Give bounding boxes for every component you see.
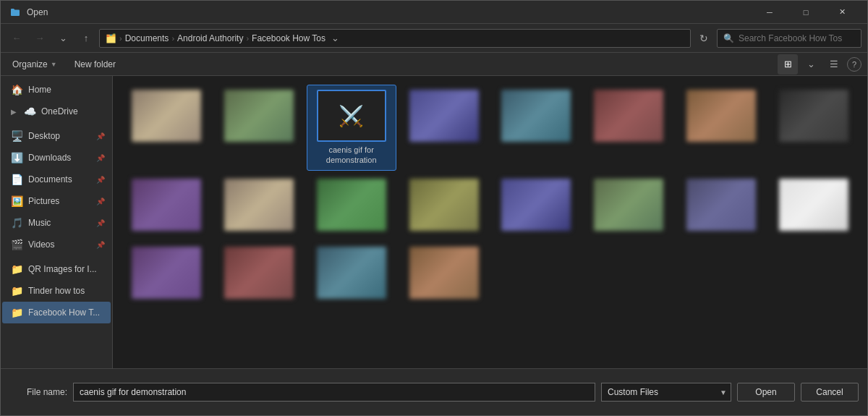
dialog-icon bbox=[9, 7, 21, 18]
thumbnail bbox=[132, 247, 201, 299]
list-view-button[interactable]: ⌄ bbox=[801, 54, 821, 75]
sidebar-music-label: Music bbox=[28, 218, 90, 228]
search-icon: 🔍 bbox=[723, 33, 734, 43]
thumbnail bbox=[501, 179, 571, 231]
action-buttons: Open Cancel bbox=[737, 383, 859, 402]
thumbnail bbox=[409, 179, 479, 231]
onedrive-icon: ☁️ bbox=[24, 106, 35, 117]
thumbnail bbox=[409, 90, 479, 142]
documents-icon: 📄 bbox=[11, 174, 22, 185]
list-item[interactable] bbox=[769, 85, 859, 171]
list-item[interactable] bbox=[399, 85, 489, 171]
main-content: 🏠 Home ▶ ☁️ OneDrive 🖥️ Desktop 📌 ⬇️ Do bbox=[1, 76, 867, 368]
view-dropdown-arrow: ⌄ bbox=[807, 59, 815, 69]
help-button[interactable]: ? bbox=[847, 57, 861, 72]
list-item[interactable] bbox=[214, 85, 304, 171]
breadcrumb-documents[interactable]: Documents bbox=[125, 33, 169, 43]
back-button[interactable]: ← bbox=[7, 28, 27, 48]
commands-bar: Organize ▼ New folder ⊞ ⌄ ☰ ? bbox=[1, 53, 867, 76]
breadcrumb-dropdown-button[interactable]: ⌄ bbox=[328, 29, 343, 48]
list-item[interactable] bbox=[492, 85, 582, 171]
list-item[interactable] bbox=[492, 174, 582, 239]
list-item[interactable] bbox=[307, 174, 396, 239]
list-item[interactable] bbox=[584, 85, 673, 171]
sidebar-item-pictures[interactable]: 🖼️ Pictures 📌 bbox=[2, 190, 111, 212]
breadcrumb-folder-icon: 🗂️ bbox=[106, 33, 116, 43]
sidebar-item-tinder[interactable]: 📁 Tinder how tos bbox=[2, 280, 111, 302]
bottom-bar: File name: Custom Files All Files (*.*) … bbox=[1, 368, 867, 415]
sidebar-item-qr[interactable]: 📁 QR Images for I... bbox=[2, 258, 111, 280]
list-item-selected[interactable]: ⚔️ caenis gif for demonstration bbox=[307, 85, 396, 171]
thumbnail bbox=[132, 90, 201, 142]
list-item[interactable] bbox=[214, 242, 304, 307]
cancel-button[interactable]: Cancel bbox=[801, 383, 859, 402]
pin-icon-pic: 📌 bbox=[96, 198, 105, 205]
breadcrumb-facebook-how-tos[interactable]: Facebook How Tos bbox=[252, 33, 326, 43]
new-folder-button[interactable]: New folder bbox=[69, 56, 122, 73]
home-icon: 🏠 bbox=[11, 84, 22, 95]
list-item[interactable] bbox=[676, 174, 766, 239]
file-name-selected: caenis gif for demonstration bbox=[317, 145, 386, 166]
grid-view-button[interactable]: ⊞ bbox=[778, 54, 798, 75]
filename-label: File name: bbox=[9, 387, 67, 397]
up-button[interactable]: ↑ bbox=[76, 28, 96, 48]
filetype-select[interactable]: Custom Files All Files (*.*) bbox=[601, 383, 731, 402]
filename-input[interactable] bbox=[73, 383, 595, 402]
breadcrumb-android-authority[interactable]: Android Authority bbox=[177, 33, 243, 43]
thumbnail bbox=[224, 247, 294, 299]
list-item[interactable] bbox=[769, 174, 859, 239]
list-item[interactable] bbox=[122, 174, 211, 239]
thumbnail bbox=[594, 90, 663, 142]
close-button[interactable]: ✕ bbox=[825, 1, 859, 24]
sidebar-pictures-label: Pictures bbox=[28, 196, 90, 206]
sidebar-item-downloads[interactable]: ⬇️ Downloads 📌 bbox=[2, 147, 111, 169]
dialog-title: Open bbox=[27, 7, 753, 17]
sidebar-item-documents[interactable]: 📄 Documents 📌 bbox=[2, 169, 111, 190]
sidebar-onedrive-label: OneDrive bbox=[41, 106, 105, 116]
list-item[interactable] bbox=[399, 174, 489, 239]
sidebar-item-videos[interactable]: 🎬 Videos 📌 bbox=[2, 234, 111, 255]
list-item[interactable] bbox=[122, 242, 211, 307]
sidebar-quick-access: 🖥️ Desktop 📌 ⬇️ Downloads 📌 📄 Documents … bbox=[1, 125, 112, 255]
filename-row: File name: Custom Files All Files (*.*) … bbox=[9, 383, 859, 402]
view-controls: ⊞ ⌄ ☰ ? bbox=[778, 54, 861, 75]
sidebar-videos-label: Videos bbox=[28, 239, 90, 250]
filetype-wrapper: Custom Files All Files (*.*) ▼ bbox=[601, 383, 731, 402]
thumbnail bbox=[686, 90, 756, 142]
sidebar-documents-label: Documents bbox=[28, 174, 90, 184]
forward-button[interactable]: → bbox=[30, 28, 50, 48]
thumbnail bbox=[779, 90, 848, 142]
thumbnail bbox=[224, 90, 294, 142]
sidebar-item-facebook[interactable]: 📁 Facebook How T... bbox=[2, 302, 111, 323]
list-item[interactable] bbox=[307, 242, 396, 307]
thumbnail bbox=[779, 179, 848, 231]
organize-button[interactable]: Organize ▼ bbox=[7, 56, 63, 73]
open-dialog: Open ─ □ ✕ ← → ⌄ ↑ 🗂️ › Documents › Andr… bbox=[0, 0, 868, 416]
breadcrumb[interactable]: 🗂️ › Documents › Android Authority › Fac… bbox=[99, 29, 691, 48]
list-item[interactable] bbox=[676, 85, 766, 171]
recent-locations-button[interactable]: ⌄ bbox=[53, 28, 73, 48]
thumbnail bbox=[132, 179, 201, 231]
thumbnail bbox=[224, 179, 294, 231]
sidebar-item-desktop[interactable]: 🖥️ Desktop 📌 bbox=[2, 125, 111, 147]
sidebar-folders-section: 📁 QR Images for I... 📁 Tinder how tos 📁 … bbox=[1, 258, 112, 323]
pin-icon-vid: 📌 bbox=[96, 241, 105, 249]
folder-facebook-icon: 📁 bbox=[11, 307, 22, 318]
file-area: ⚔️ caenis gif for demonstration bbox=[113, 76, 867, 368]
list-item[interactable] bbox=[584, 174, 673, 239]
open-button[interactable]: Open bbox=[737, 383, 795, 402]
sidebar-item-onedrive[interactable]: ▶ ☁️ OneDrive bbox=[2, 101, 111, 122]
maximize-button[interactable]: □ bbox=[789, 1, 822, 24]
search-input[interactable] bbox=[739, 33, 855, 43]
list-view-button2[interactable]: ☰ bbox=[824, 54, 844, 75]
sidebar: 🏠 Home ▶ ☁️ OneDrive 🖥️ Desktop 📌 ⬇️ Do bbox=[1, 76, 113, 368]
minimize-button[interactable]: ─ bbox=[753, 1, 786, 24]
sidebar-item-music[interactable]: 🎵 Music 📌 bbox=[2, 212, 111, 234]
refresh-button[interactable]: ↻ bbox=[694, 28, 714, 48]
list-item[interactable] bbox=[214, 174, 304, 239]
search-box: 🔍 bbox=[717, 29, 861, 48]
list-item[interactable] bbox=[122, 85, 211, 171]
thumbnail bbox=[501, 90, 571, 142]
list-item[interactable] bbox=[399, 242, 489, 307]
sidebar-item-home[interactable]: 🏠 Home bbox=[2, 79, 111, 101]
